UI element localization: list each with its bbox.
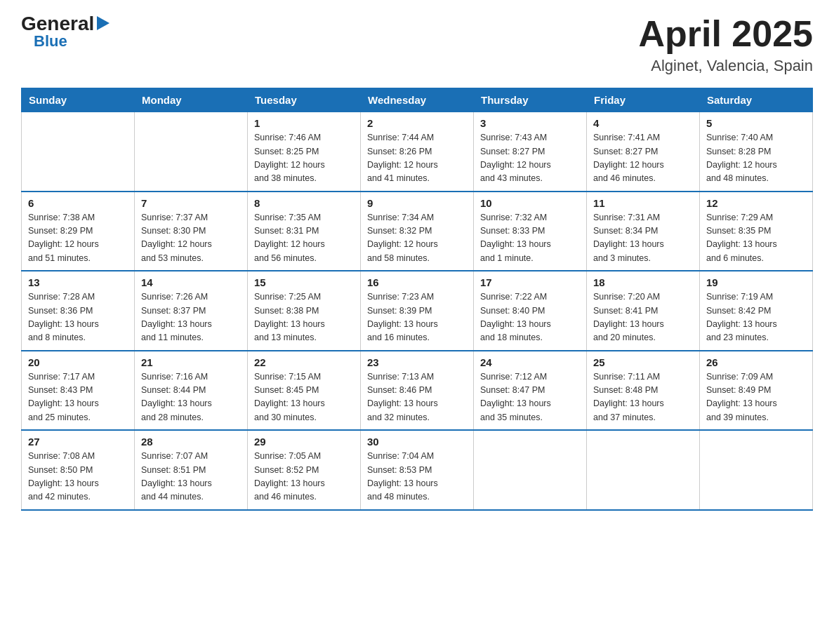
calendar-cell: 25Sunrise: 7:11 AMSunset: 8:48 PMDayligh… <box>587 351 700 431</box>
day-number: 30 <box>367 436 467 448</box>
calendar-cell: 10Sunrise: 7:32 AMSunset: 8:33 PMDayligh… <box>474 192 587 271</box>
day-info: Sunrise: 7:32 AMSunset: 8:33 PMDaylight:… <box>480 211 580 266</box>
calendar-cell: 26Sunrise: 7:09 AMSunset: 8:49 PMDayligh… <box>700 351 813 431</box>
day-info: Sunrise: 7:43 AMSunset: 8:27 PMDaylight:… <box>480 131 580 186</box>
day-number: 22 <box>254 356 354 368</box>
calendar-week-row: 13Sunrise: 7:28 AMSunset: 8:36 PMDayligh… <box>22 271 813 351</box>
calendar-cell: 22Sunrise: 7:15 AMSunset: 8:45 PMDayligh… <box>248 351 361 431</box>
page-header: General Blue April 2025 Alginet, Valenci… <box>21 14 813 75</box>
calendar-cell: 14Sunrise: 7:26 AMSunset: 8:37 PMDayligh… <box>135 271 248 351</box>
day-number: 24 <box>480 356 580 368</box>
day-number: 16 <box>367 276 467 288</box>
calendar-cell <box>474 430 587 510</box>
day-number: 13 <box>28 276 128 288</box>
day-number: 7 <box>141 197 241 209</box>
day-info: Sunrise: 7:40 AMSunset: 8:28 PMDaylight:… <box>706 131 806 186</box>
day-info: Sunrise: 7:38 AMSunset: 8:29 PMDaylight:… <box>28 211 128 266</box>
calendar-week-row: 20Sunrise: 7:17 AMSunset: 8:43 PMDayligh… <box>22 351 813 431</box>
day-number: 21 <box>141 356 241 368</box>
weekday-header-saturday: Saturday <box>700 88 813 112</box>
day-info: Sunrise: 7:35 AMSunset: 8:31 PMDaylight:… <box>254 211 354 266</box>
day-info: Sunrise: 7:41 AMSunset: 8:27 PMDaylight:… <box>593 131 693 186</box>
calendar-cell: 5Sunrise: 7:40 AMSunset: 8:28 PMDaylight… <box>700 112 813 192</box>
page-title: April 2025 <box>638 14 813 54</box>
day-info: Sunrise: 7:11 AMSunset: 8:48 PMDaylight:… <box>593 370 693 425</box>
day-number: 4 <box>593 117 693 129</box>
day-info: Sunrise: 7:12 AMSunset: 8:47 PMDaylight:… <box>480 370 580 425</box>
weekday-header-wednesday: Wednesday <box>361 88 474 112</box>
calendar-week-row: 6Sunrise: 7:38 AMSunset: 8:29 PMDaylight… <box>22 192 813 271</box>
day-info: Sunrise: 7:09 AMSunset: 8:49 PMDaylight:… <box>706 370 806 425</box>
weekday-header-friday: Friday <box>587 88 700 112</box>
day-number: 23 <box>367 356 467 368</box>
calendar-table: SundayMondayTuesdayWednesdayThursdayFrid… <box>21 88 813 511</box>
day-info: Sunrise: 7:28 AMSunset: 8:36 PMDaylight:… <box>28 290 128 345</box>
day-info: Sunrise: 7:16 AMSunset: 8:44 PMDaylight:… <box>141 370 241 425</box>
calendar-week-row: 27Sunrise: 7:08 AMSunset: 8:50 PMDayligh… <box>22 430 813 510</box>
day-number: 1 <box>254 117 354 129</box>
day-number: 15 <box>254 276 354 288</box>
calendar-cell: 4Sunrise: 7:41 AMSunset: 8:27 PMDaylight… <box>587 112 700 192</box>
day-info: Sunrise: 7:13 AMSunset: 8:46 PMDaylight:… <box>367 370 467 425</box>
day-number: 18 <box>593 276 693 288</box>
calendar-cell: 8Sunrise: 7:35 AMSunset: 8:31 PMDaylight… <box>248 192 361 271</box>
day-number: 29 <box>254 436 354 448</box>
day-info: Sunrise: 7:34 AMSunset: 8:32 PMDaylight:… <box>367 211 467 266</box>
calendar-cell: 6Sunrise: 7:38 AMSunset: 8:29 PMDaylight… <box>22 192 135 271</box>
day-number: 8 <box>254 197 354 209</box>
calendar-cell <box>22 112 135 192</box>
calendar-cell: 19Sunrise: 7:19 AMSunset: 8:42 PMDayligh… <box>700 271 813 351</box>
day-number: 27 <box>28 436 128 448</box>
svg-marker-0 <box>97 16 110 30</box>
logo-general-text: General <box>21 14 94 34</box>
calendar-cell: 11Sunrise: 7:31 AMSunset: 8:34 PMDayligh… <box>587 192 700 271</box>
calendar-cell: 2Sunrise: 7:44 AMSunset: 8:26 PMDaylight… <box>361 112 474 192</box>
calendar-cell: 13Sunrise: 7:28 AMSunset: 8:36 PMDayligh… <box>22 271 135 351</box>
day-info: Sunrise: 7:46 AMSunset: 8:25 PMDaylight:… <box>254 131 354 186</box>
day-info: Sunrise: 7:17 AMSunset: 8:43 PMDaylight:… <box>28 370 128 425</box>
day-number: 9 <box>367 197 467 209</box>
day-info: Sunrise: 7:22 AMSunset: 8:40 PMDaylight:… <box>480 290 580 345</box>
day-info: Sunrise: 7:19 AMSunset: 8:42 PMDaylight:… <box>706 290 806 345</box>
day-info: Sunrise: 7:29 AMSunset: 8:35 PMDaylight:… <box>706 211 806 266</box>
logo-blue-text: Blue <box>34 34 67 49</box>
day-number: 19 <box>706 276 806 288</box>
calendar-cell: 16Sunrise: 7:23 AMSunset: 8:39 PMDayligh… <box>361 271 474 351</box>
calendar-cell: 1Sunrise: 7:46 AMSunset: 8:25 PMDaylight… <box>248 112 361 192</box>
weekday-header-monday: Monday <box>135 88 248 112</box>
title-block: April 2025 Alginet, Valencia, Spain <box>638 14 813 75</box>
day-number: 2 <box>367 117 467 129</box>
calendar-cell: 17Sunrise: 7:22 AMSunset: 8:40 PMDayligh… <box>474 271 587 351</box>
calendar-cell <box>587 430 700 510</box>
calendar-cell: 18Sunrise: 7:20 AMSunset: 8:41 PMDayligh… <box>587 271 700 351</box>
weekday-header-tuesday: Tuesday <box>248 88 361 112</box>
day-info: Sunrise: 7:31 AMSunset: 8:34 PMDaylight:… <box>593 211 693 266</box>
calendar-cell: 7Sunrise: 7:37 AMSunset: 8:30 PMDaylight… <box>135 192 248 271</box>
day-number: 25 <box>593 356 693 368</box>
day-number: 11 <box>593 197 693 209</box>
day-info: Sunrise: 7:44 AMSunset: 8:26 PMDaylight:… <box>367 131 467 186</box>
page-location: Alginet, Valencia, Spain <box>638 57 813 75</box>
calendar-cell: 24Sunrise: 7:12 AMSunset: 8:47 PMDayligh… <box>474 351 587 431</box>
calendar-cell: 28Sunrise: 7:07 AMSunset: 8:51 PMDayligh… <box>135 430 248 510</box>
calendar-cell: 15Sunrise: 7:25 AMSunset: 8:38 PMDayligh… <box>248 271 361 351</box>
calendar-cell: 3Sunrise: 7:43 AMSunset: 8:27 PMDaylight… <box>474 112 587 192</box>
calendar-cell <box>700 430 813 510</box>
day-info: Sunrise: 7:25 AMSunset: 8:38 PMDaylight:… <box>254 290 354 345</box>
day-info: Sunrise: 7:20 AMSunset: 8:41 PMDaylight:… <box>593 290 693 345</box>
calendar-cell: 12Sunrise: 7:29 AMSunset: 8:35 PMDayligh… <box>700 192 813 271</box>
day-info: Sunrise: 7:08 AMSunset: 8:50 PMDaylight:… <box>28 450 128 504</box>
weekday-header-sunday: Sunday <box>22 88 135 112</box>
logo: General Blue <box>21 14 110 49</box>
day-number: 12 <box>706 197 806 209</box>
calendar-cell <box>135 112 248 192</box>
calendar-cell: 20Sunrise: 7:17 AMSunset: 8:43 PMDayligh… <box>22 351 135 431</box>
day-number: 20 <box>28 356 128 368</box>
day-info: Sunrise: 7:23 AMSunset: 8:39 PMDaylight:… <box>367 290 467 345</box>
day-number: 10 <box>480 197 580 209</box>
calendar-cell: 9Sunrise: 7:34 AMSunset: 8:32 PMDaylight… <box>361 192 474 271</box>
day-number: 3 <box>480 117 580 129</box>
day-info: Sunrise: 7:15 AMSunset: 8:45 PMDaylight:… <box>254 370 354 425</box>
calendar-week-row: 1Sunrise: 7:46 AMSunset: 8:25 PMDaylight… <box>22 112 813 192</box>
calendar-cell: 30Sunrise: 7:04 AMSunset: 8:53 PMDayligh… <box>361 430 474 510</box>
